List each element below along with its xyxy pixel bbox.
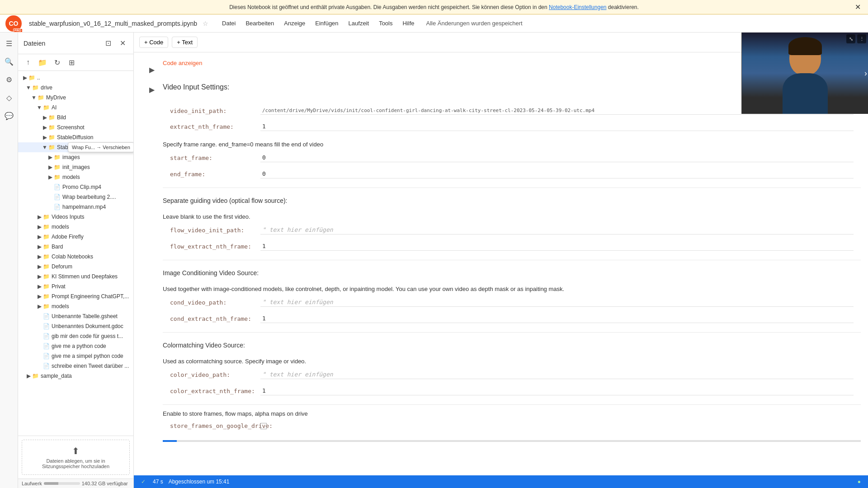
- settings-strip-icon[interactable]: ⚙: [2, 72, 16, 87]
- sidebar-toolbar: ↑ 📁 ↻ ⊞: [18, 54, 133, 71]
- folder-icon: 📁: [53, 164, 61, 171]
- chat-strip-icon[interactable]: 💬: [2, 108, 16, 123]
- tree-item-deforum[interactable]: ▶ 📁 Deforum: [18, 262, 133, 272]
- flow-extract-label: flow_extract_nth_frame:: [170, 243, 260, 250]
- cell-gutter: ▶: [141, 60, 163, 76]
- tree-item-videos-inputs[interactable]: ▶ 📁 Videos Inputs: [18, 212, 133, 222]
- menu-hilfe[interactable]: Hilfe: [398, 18, 419, 28]
- start-frame-value[interactable]: 0: [260, 153, 854, 162]
- run-button[interactable]: ▶: [146, 63, 158, 76]
- flow-video-init-value[interactable]: " text hier einfügen: [260, 225, 854, 235]
- tree-item-sample-data[interactable]: ▶ 📁 sample_data: [18, 371, 133, 381]
- section-divider: [163, 188, 861, 188]
- tree-item-drive[interactable]: ▼ 📁 drive: [18, 83, 133, 93]
- sidebar-close-icon[interactable]: ✕: [117, 38, 128, 49]
- tree-item-bard[interactable]: ▶ 📁 Bard: [18, 242, 133, 252]
- cond-video-row: cond_video_path: " text hier einfügen: [163, 294, 861, 310]
- upload-file-button[interactable]: ↑: [22, 56, 34, 69]
- tree-item-adobe-firefly[interactable]: ▶ 📁 Adobe Firefly: [18, 232, 133, 242]
- tree-item-models2[interactable]: ▶ 📁 models: [18, 301, 133, 311]
- tree-item-tweet[interactable]: 📄 schreibe einen Tweet darüber ...: [18, 361, 133, 371]
- sidebar-maximize-icon[interactable]: ⊡: [103, 38, 113, 49]
- color-extract-value[interactable]: 1: [260, 386, 854, 395]
- menu-laufzeit[interactable]: Laufzeit: [344, 18, 374, 28]
- folder-icon: 📁: [42, 243, 50, 250]
- sidebar-status: Laufwerk 140.32 GB verfügbar: [18, 479, 133, 488]
- store-frames-checkbox[interactable]: [260, 423, 267, 429]
- folder-icon: 📁: [32, 372, 39, 380]
- webcam-overlay: ⤡ ⋮ ›: [741, 33, 868, 114]
- store-frames-label: store_frames_on_google_drive:: [170, 422, 260, 429]
- tree-item-gib-code[interactable]: 📄 gib mir den code für guess t...: [18, 331, 133, 341]
- diamond-strip-icon[interactable]: ◇: [2, 90, 16, 105]
- webcam-menu-button[interactable]: ⋮: [857, 34, 866, 43]
- tree-item-ai[interactable]: ▼ 📁 AI: [18, 103, 133, 113]
- menu-tools[interactable]: Tools: [374, 18, 397, 28]
- add-text-button[interactable]: + Text: [172, 37, 198, 48]
- upload-text: Dateien ablegen, um sie in Sitzungsspeic…: [28, 458, 124, 469]
- tree-label: images: [62, 154, 80, 160]
- menu-bearbeiten[interactable]: Bearbeiten: [241, 18, 278, 28]
- toggle-view-button[interactable]: ⊞: [65, 56, 78, 69]
- color-video-value[interactable]: " text hier einfügen: [260, 370, 854, 379]
- refresh-button[interactable]: ↻: [51, 56, 63, 69]
- tree-item-models[interactable]: ▶ 📁 models: [18, 222, 133, 232]
- sidebar-title: Dateien: [24, 40, 103, 47]
- tree-item-tabelle[interactable]: 📄 Unbenannte Tabelle.gsheet: [18, 311, 133, 321]
- star-icon[interactable]: ☆: [203, 20, 208, 27]
- tree-item-screenshot[interactable]: ▶ 📁 Screenshot: [18, 122, 133, 132]
- tree-item-mydrive[interactable]: ▼ 📁 MyDrive: [18, 93, 133, 103]
- tree-item-init-images[interactable]: ▶ 📁 init_images: [18, 162, 133, 172]
- chevron-icon: ▶: [36, 263, 42, 270]
- status-check-icon: ✓: [141, 479, 146, 485]
- tree-label: AI: [52, 104, 57, 111]
- tree-item-colab[interactable]: ▶ 📁 Colab Notebooks: [18, 252, 133, 262]
- end-frame-value[interactable]: 0: [260, 169, 854, 178]
- add-code-button[interactable]: + Code: [139, 37, 168, 48]
- tree-item-hampelmann[interactable]: 📄 hampelmann.mp4: [18, 202, 133, 212]
- tree-item-promo[interactable]: 📄 Promo Clip.mp4: [18, 182, 133, 192]
- upload-area[interactable]: ⬆ Dateien ablegen, um sie in Sitzungsspe…: [22, 440, 130, 475]
- status-bottom-bar: ✓ 47 s Abgeschlossen um 15:41 ●: [134, 475, 868, 488]
- menu-anzeige[interactable]: Anzeige: [279, 18, 310, 28]
- progress-bar: [163, 440, 861, 442]
- tree-label: Prompt Engineering ChatGPT,...: [52, 293, 129, 300]
- new-folder-button[interactable]: 📁: [36, 56, 49, 69]
- tree-item-stablediffusion[interactable]: ▶ 📁 StableDiffusion: [18, 132, 133, 142]
- tree-item-dotdot[interactable]: ▶ 📁 ..: [18, 73, 133, 83]
- chevron-icon: ▶: [36, 293, 42, 300]
- tree-item-privat[interactable]: ▶ 📁 Privat: [18, 282, 133, 291]
- input-value-extract[interactable]: 1: [260, 122, 854, 131]
- tree-item-prompt-eng[interactable]: ▶ 📁 Prompt Engineering ChatGPT,...: [18, 291, 133, 301]
- tree-item-images[interactable]: ▶ 📁 images: [18, 152, 133, 162]
- tree-item-bild[interactable]: ▶ 📁 Bild: [18, 113, 133, 122]
- menu-datei[interactable]: Datei: [217, 18, 240, 28]
- cond-extract-value[interactable]: 1: [260, 314, 854, 323]
- tree-label: give me a simpel python code: [52, 353, 123, 359]
- tree-item-wrap[interactable]: 📄 Wrap bearbeitung 2....: [18, 192, 133, 202]
- tree-item-models-sub[interactable]: ▶ 📁 models: [18, 172, 133, 182]
- code-anzeigen-button[interactable]: Code anzeigen: [163, 58, 202, 68]
- webcam-expand-button[interactable]: ⤡: [846, 34, 855, 43]
- search-strip-icon[interactable]: 🔍: [2, 54, 16, 69]
- sidebar-toggle-icon[interactable]: ☰: [2, 36, 16, 51]
- tree-item-simpel-python[interactable]: 📄 give me a simpel python code: [18, 351, 133, 361]
- tree-item-wrap-stablefusion: ▼ 📁 StableFusion Wrap Fu... → Verschiebe…: [18, 142, 133, 152]
- tree-item-python-code[interactable]: 📄 give me a python code: [18, 341, 133, 351]
- tree-label: MyDrive: [46, 94, 66, 101]
- tree-label: gib mir den code für guess t...: [52, 333, 123, 339]
- chevron-icon: ▶: [36, 234, 42, 240]
- menu-einfuegen[interactable]: Einfügen: [311, 18, 343, 28]
- close-notification-button[interactable]: ✕: [855, 3, 861, 11]
- tree-item-ki-stimmen[interactable]: ▶ 📁 KI Stimmen und Deepfakes: [18, 272, 133, 282]
- folder-icon: 📁: [48, 114, 55, 121]
- cond-video-value[interactable]: " text hier einfügen: [260, 298, 854, 307]
- notification-link[interactable]: Notebook-Einstellungen: [549, 4, 606, 10]
- run-button[interactable]: ▶: [146, 83, 158, 96]
- color-extract-label: color_extract_nth_frame:: [170, 388, 260, 394]
- flow-extract-value[interactable]: 1: [260, 242, 854, 251]
- start-frame-row: start_frame: 0: [163, 150, 861, 166]
- tree-item-dokument[interactable]: 📄 Unbenanntes Dokument.gdoc: [18, 321, 133, 331]
- cond-extract-label: cond_extract_nth_frame:: [170, 315, 260, 322]
- webcam-right-arrow[interactable]: ›: [864, 69, 867, 78]
